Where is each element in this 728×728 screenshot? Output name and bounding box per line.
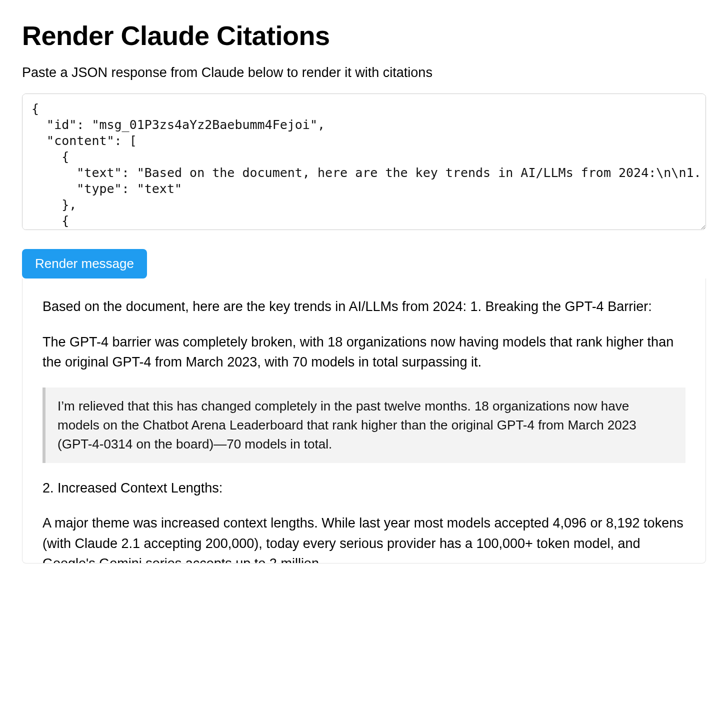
page-root: Render Claude Citations Paste a JSON res… (0, 0, 728, 594)
output-paragraph: Based on the document, here are the key … (42, 296, 686, 317)
rendered-output: Based on the document, here are the key … (22, 278, 706, 564)
citation-block: I’m relieved that this has changed compl… (42, 388, 686, 463)
page-title: Render Claude Citations (22, 20, 706, 51)
output-paragraph: 2. Increased Context Lengths: (42, 478, 686, 498)
output-paragraph: The GPT-4 barrier was completely broken,… (42, 332, 686, 372)
json-input[interactable] (22, 94, 706, 230)
render-button[interactable]: Render message (22, 249, 147, 278)
output-paragraph: A major theme was increased context leng… (42, 513, 686, 564)
instructions-text: Paste a JSON response from Claude below … (22, 65, 706, 80)
